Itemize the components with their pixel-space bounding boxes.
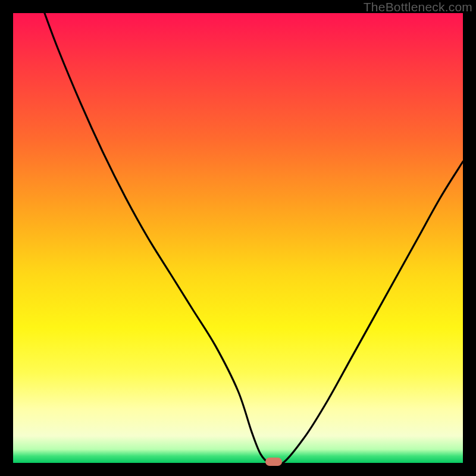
watermark-text: TheBottleneck.com <box>364 0 472 14</box>
bottleneck-curve <box>13 13 463 463</box>
chart-frame: TheBottleneck.com <box>0 0 476 476</box>
optimal-point-marker <box>265 458 282 466</box>
